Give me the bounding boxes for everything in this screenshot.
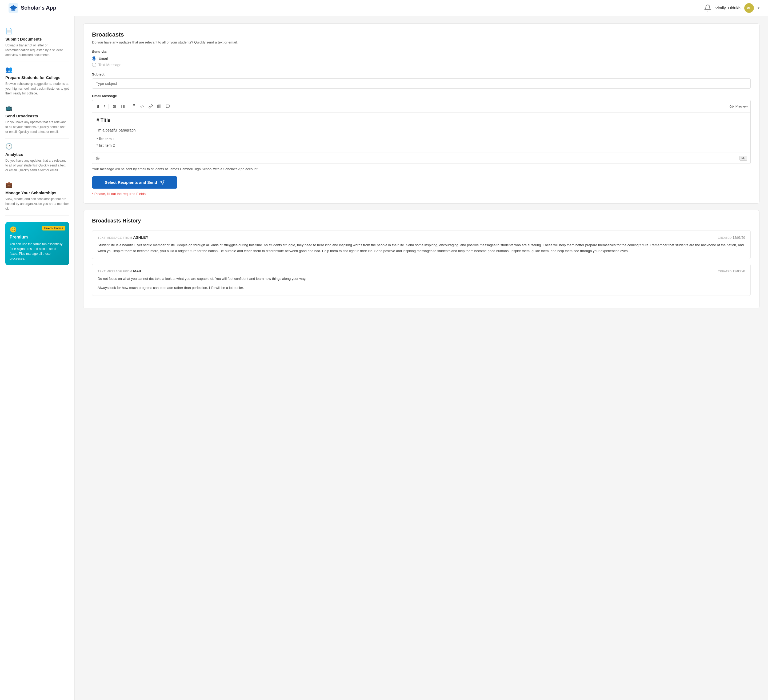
- notification-bell-icon[interactable]: [704, 4, 712, 12]
- toolbar-separator-2: [129, 104, 130, 109]
- main-layout: 📄 Submit Documents Upload a transcript o…: [0, 16, 768, 700]
- sidebar-item-title: Prepare Students for College: [5, 75, 69, 80]
- sidebar-item-prepare-students[interactable]: 👥 Prepare Students for College Browse sc…: [5, 62, 69, 100]
- broadcasts-history-card: Broadcasts History TEXT MESSAGE FROM ASH…: [83, 210, 760, 308]
- history-item-header: TEXT MESSAGE FROM MAX CREATED 12/03/20: [98, 269, 745, 273]
- history-title: Broadcasts History: [92, 218, 750, 224]
- analytics-icon: 🕐: [5, 143, 69, 150]
- main-content: Broadcasts Do you have any updates that …: [75, 16, 768, 700]
- select-recipients-send-button[interactable]: Select Recipients and Send: [92, 176, 177, 189]
- chevron-down-icon[interactable]: ▾: [758, 6, 760, 10]
- sidebar-item-submit-documents[interactable]: 📄 Submit Documents Upload a transcript o…: [5, 24, 69, 62]
- logo-area: Scholar's App: [8, 3, 56, 13]
- editor-paragraph: I'm a beatiful paragraph: [96, 127, 746, 134]
- editor-list-item-2: * list item 2: [96, 143, 746, 149]
- sidebar: 📄 Submit Documents Upload a transcript o…: [0, 16, 75, 700]
- history-item: TEXT MESSAGE FROM ASHLEY CREATED 12/03/2…: [92, 230, 750, 259]
- history-body: Do not focus on what you cannot do; take…: [98, 276, 745, 291]
- history-created-label: CREATED: [718, 236, 732, 239]
- sidebar-item-desc: Upload a transcript or letter of recomme…: [5, 43, 69, 58]
- code-button[interactable]: </>: [138, 104, 146, 109]
- prepare-students-icon: 👥: [5, 66, 69, 73]
- header-user-area: Vitaliy_Didukh VL ▾: [704, 3, 760, 13]
- svg-rect-12: [158, 105, 161, 108]
- text-radio[interactable]: [92, 63, 96, 67]
- broadcast-info-text: Your message will be sent by email to st…: [92, 167, 750, 171]
- subject-input[interactable]: [92, 78, 750, 88]
- avatar[interactable]: VL: [744, 3, 754, 13]
- link-button[interactable]: [147, 103, 154, 110]
- app-header: Scholar's App Vitaliy_Didukh VL ▾: [0, 0, 768, 16]
- add-content-button[interactable]: ⊕: [96, 155, 100, 162]
- sidebar-item-title: Submit Documents: [5, 37, 69, 42]
- history-item: TEXT MESSAGE FROM MAX CREATED 12/03/20 D…: [92, 264, 750, 296]
- sidebar-item-title: Analytics: [5, 152, 69, 157]
- blockquote-button[interactable]: ": [131, 103, 137, 110]
- sidebar-item-title: Manage Your Scholarships: [5, 191, 69, 195]
- premium-card[interactable]: Faxes/ Forms 😊 Premium You can use the f…: [5, 222, 69, 265]
- email-message-label: Email Message: [92, 94, 750, 98]
- ordered-list-button[interactable]: [111, 103, 118, 110]
- send-via-text-option[interactable]: Text Message: [92, 63, 750, 67]
- premium-title: Premium: [10, 235, 65, 240]
- history-created-date: 12/03/20: [733, 236, 745, 240]
- editor-body[interactable]: # Title I'm a beatiful paragraph * list …: [92, 112, 750, 152]
- history-from-area: TEXT MESSAGE FROM MAX: [98, 269, 141, 273]
- svg-point-11: [122, 107, 122, 107]
- history-from-name: MAX: [133, 269, 141, 273]
- sidebar-item-desc: Do you have any updates that are relevan…: [5, 158, 69, 173]
- preview-button[interactable]: Preview: [730, 104, 748, 109]
- premium-badge: Faxes/ Forms: [42, 226, 66, 231]
- subject-label: Subject: [92, 72, 750, 76]
- history-text-2: Always look for how much progress can be…: [98, 285, 745, 291]
- history-type-label: TEXT MESSAGE FROM: [98, 236, 132, 239]
- history-created-label: CREATED: [718, 270, 732, 273]
- history-text-1: Do not focus on what you cannot do; take…: [98, 276, 745, 282]
- premium-desc: You can use the forms tab essentially fo…: [10, 242, 65, 261]
- preview-label: Preview: [736, 104, 748, 108]
- broadcasts-title: Broadcasts: [92, 31, 750, 38]
- send-broadcasts-icon: 📺: [5, 104, 69, 112]
- history-from-area: TEXT MESSAGE FROM ASHLEY: [98, 235, 148, 240]
- history-created-date: 12/03/20: [733, 269, 745, 273]
- username-label: Vitaliy_Didukh: [715, 6, 741, 10]
- italic-button[interactable]: I: [102, 103, 106, 110]
- send-via-email-option[interactable]: Email: [92, 56, 750, 61]
- email-radio[interactable]: [92, 56, 96, 61]
- send-icon: [160, 180, 165, 185]
- manage-scholarships-icon: 💼: [5, 181, 69, 188]
- sidebar-item-desc: Browse scholarship suggestions, students…: [5, 82, 69, 96]
- broadcasts-card: Broadcasts Do you have any updates that …: [83, 24, 760, 203]
- editor-toolbar: B I " </>: [92, 100, 750, 112]
- submit-documents-icon: 📄: [5, 28, 69, 35]
- editor-title-line: # Title: [96, 116, 746, 125]
- editor-list-item-1: * list item 1: [96, 136, 746, 143]
- send-via-group: Email Text Message: [92, 56, 750, 67]
- svg-point-9: [122, 105, 122, 106]
- email-option-label: Email: [98, 56, 108, 61]
- history-body: Student life is a beautiful, yet hectic …: [98, 242, 745, 254]
- sidebar-item-desc: Do you have any updates that are relevan…: [5, 120, 69, 134]
- editor-footer: ⊕ M↓: [92, 152, 750, 163]
- history-type-label: TEXT MESSAGE FROM: [98, 270, 132, 273]
- table-button[interactable]: [155, 103, 163, 110]
- app-logo-icon: [8, 3, 18, 13]
- sidebar-item-analytics[interactable]: 🕐 Analytics Do you have any updates that…: [5, 139, 69, 177]
- comment-button[interactable]: [164, 103, 171, 110]
- broadcasts-desc: Do you have any updates that are relevan…: [92, 40, 750, 44]
- app-name: Scholar's App: [21, 5, 56, 11]
- unordered-list-button[interactable]: [120, 103, 127, 110]
- sidebar-item-title: Send Broadcasts: [5, 114, 69, 118]
- email-editor: B I " </>: [92, 100, 750, 164]
- history-from-name: ASHLEY: [133, 235, 148, 240]
- sidebar-item-desc: View, create, and edit scholarships that…: [5, 197, 69, 211]
- history-created-area: CREATED 12/03/20: [718, 235, 745, 240]
- history-text: Student life is a beautiful, yet hectic …: [98, 242, 745, 254]
- text-option-label: Text Message: [98, 63, 121, 67]
- history-item-header: TEXT MESSAGE FROM ASHLEY CREATED 12/03/2…: [98, 235, 745, 240]
- sidebar-item-manage-scholarships[interactable]: 💼 Manage Your Scholarships View, create,…: [5, 177, 69, 216]
- markdown-badge: M↓: [739, 156, 747, 160]
- sidebar-item-send-broadcasts[interactable]: 📺 Send Broadcasts Do you have any update…: [5, 100, 69, 139]
- svg-point-17: [731, 106, 732, 107]
- bold-button[interactable]: B: [95, 103, 101, 110]
